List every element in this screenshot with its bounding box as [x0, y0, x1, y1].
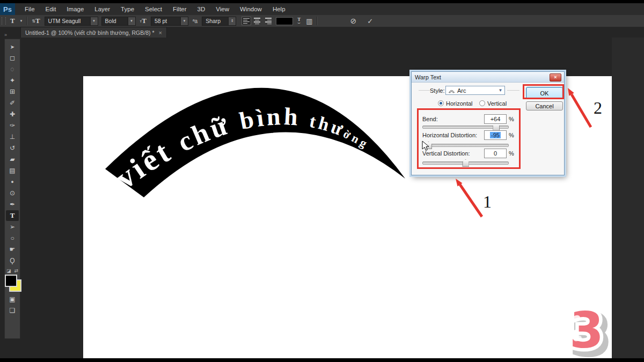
options-bar: T ▾ ⇅T UTM Seagull ▾ Bold ▾ тT 58 pt ▾ ª…: [0, 15, 644, 27]
options-grip[interactable]: [2, 17, 6, 25]
type-tool-preset-icon[interactable]: T: [9, 17, 16, 25]
align-center-button[interactable]: [252, 17, 262, 25]
bottom-letterbox: [0, 358, 644, 362]
dialog-title: Warp Text: [415, 74, 441, 80]
hand-tool[interactable]: ☛: [6, 244, 19, 255]
font-family-dropdown-icon: ▾: [90, 17, 98, 25]
groupbox-line: [507, 90, 519, 91]
blur-tool[interactable]: ●: [6, 176, 19, 187]
document-tab[interactable]: Untitled-1 @ 100% (viết chữ bình thường,…: [20, 27, 167, 38]
brush-tool-icon: ✑: [10, 122, 15, 129]
vertical-radio[interactable]: [479, 100, 485, 106]
tab-close-icon[interactable]: ×: [159, 29, 162, 36]
shape-tool[interactable]: ○: [6, 233, 19, 243]
font-style-value: Bold: [105, 18, 116, 24]
eraser-tool[interactable]: ▰: [6, 154, 19, 165]
font-family-select[interactable]: UTM Seagull ▾: [45, 17, 98, 26]
step-1-label: 1: [483, 192, 492, 212]
dialog-title-bar[interactable]: Warp Text ×: [412, 72, 564, 83]
clone-stamp-tool-icon: ⊥: [10, 133, 15, 141]
pen-tool[interactable]: ✒: [6, 199, 19, 210]
quick-selection-tool-icon: ✦: [10, 77, 15, 84]
menu-edit[interactable]: Edit: [40, 3, 62, 15]
history-brush-tool[interactable]: ↺: [6, 143, 19, 153]
gradient-tool[interactable]: ▤: [6, 165, 19, 176]
brush-tool[interactable]: ✑: [6, 120, 19, 131]
svg-text:viết chữ bình thường: viết chữ bình thường: [109, 102, 372, 196]
clone-stamp-tool[interactable]: ⊥: [6, 131, 19, 142]
healing-brush-tool-icon: ✚: [10, 110, 15, 118]
menu-layer[interactable]: Layer: [89, 3, 115, 15]
warp-text-icon[interactable]: T⌣: [296, 18, 302, 24]
annotation-box-warp-options: [417, 108, 521, 169]
text-orientation-icon[interactable]: ⇅T: [31, 17, 41, 25]
groupbox-line: [419, 90, 430, 91]
crop-tool[interactable]: ⊞: [6, 86, 19, 97]
type-tool[interactable]: T: [6, 210, 19, 221]
history-brush-tool-icon: ↺: [10, 144, 15, 152]
lasso-tool[interactable]: ◌: [6, 64, 19, 75]
shape-tool-icon: ○: [10, 234, 14, 242]
path-selection-tool[interactable]: ➢: [6, 221, 19, 232]
photoshop-logo: Ps: [0, 3, 15, 15]
menu-image[interactable]: Image: [61, 3, 89, 15]
eraser-tool-icon: ▰: [10, 156, 14, 163]
eyedropper-tool[interactable]: ✐: [6, 98, 19, 108]
tool-preset-dropdown-icon[interactable]: ▾: [19, 19, 24, 23]
marquee-tool[interactable]: ◻: [6, 53, 19, 63]
quick-selection-tool[interactable]: ✦: [6, 75, 19, 86]
align-right-button[interactable]: [263, 17, 273, 25]
menu-select[interactable]: Select: [140, 3, 167, 15]
menu-help[interactable]: Help: [267, 3, 291, 15]
anti-alias-select[interactable]: Sharp ⇕: [202, 17, 236, 26]
move-tool[interactable]: ➤: [6, 41, 19, 52]
svg-text:3: 3: [569, 302, 604, 358]
font-family-value: UTM Seagull: [48, 18, 81, 24]
toggle-panels-icon[interactable]: ▥: [305, 17, 313, 25]
menu-type[interactable]: Type: [115, 3, 140, 15]
font-size-value: 58 pt: [155, 18, 167, 24]
menu-filter[interactable]: Filter: [167, 3, 192, 15]
font-size-icon: тT: [139, 17, 148, 25]
menu-window[interactable]: Window: [235, 3, 267, 15]
cancel-edits-icon[interactable]: ⊘: [349, 17, 357, 25]
lasso-tool-icon: ◌: [10, 65, 14, 73]
separator: [317, 17, 318, 25]
commit-edits-icon[interactable]: ✓: [366, 17, 374, 25]
horizontal-label: Horizontal: [446, 100, 473, 107]
annotation-box-ok: [523, 84, 564, 99]
zoom-tool[interactable]: Ϙ: [6, 255, 19, 266]
hand-tool-icon: ☛: [10, 246, 16, 253]
workspace-right-gutter: [612, 38, 644, 358]
menu-view[interactable]: View: [210, 3, 235, 15]
path-selection-tool-icon: ➢: [10, 223, 15, 231]
crop-tool-icon: ⊞: [10, 88, 15, 95]
menu-file[interactable]: File: [19, 3, 40, 15]
style-select[interactable]: Arc ▼: [445, 86, 505, 95]
anti-alias-value: Sharp: [206, 18, 221, 24]
foreground-color-swatch[interactable]: [5, 275, 17, 287]
align-left-button[interactable]: [241, 17, 251, 25]
default-colors-icon[interactable]: ◪: [6, 268, 11, 274]
swap-colors-icon[interactable]: ⇄: [14, 268, 18, 274]
quick-mask-button[interactable]: ▣: [6, 294, 19, 305]
dialog-close-icon[interactable]: ×: [550, 73, 561, 82]
cancel-button[interactable]: Cancel: [526, 101, 563, 110]
blur-tool-icon: ●: [11, 179, 13, 184]
type-tool-icon: T: [10, 211, 15, 220]
healing-brush-tool[interactable]: ✚: [6, 109, 19, 120]
document-tab-title: Untitled-1 @ 100% (viết chữ bình thường,…: [25, 29, 155, 36]
dodge-tool-icon: ⊙: [10, 189, 15, 197]
horizontal-radio[interactable]: [438, 100, 444, 106]
toolbar-collapse-icon[interactable]: »: [0, 32, 20, 38]
screen-mode-button[interactable]: ❏: [6, 305, 19, 316]
font-size-select[interactable]: 58 pt ▾: [151, 17, 188, 26]
font-size-dropdown-icon: ▾: [180, 17, 188, 25]
menu-3d[interactable]: 3D: [192, 3, 211, 15]
move-tool-icon: ➤: [10, 44, 14, 50]
anti-alias-spin-icon: ⇕: [228, 17, 236, 25]
dodge-tool[interactable]: ⊙: [6, 188, 19, 198]
font-style-select[interactable]: Bold ▾: [101, 17, 136, 26]
text-color-swatch[interactable]: [276, 17, 293, 25]
color-swatches: [4, 275, 20, 292]
